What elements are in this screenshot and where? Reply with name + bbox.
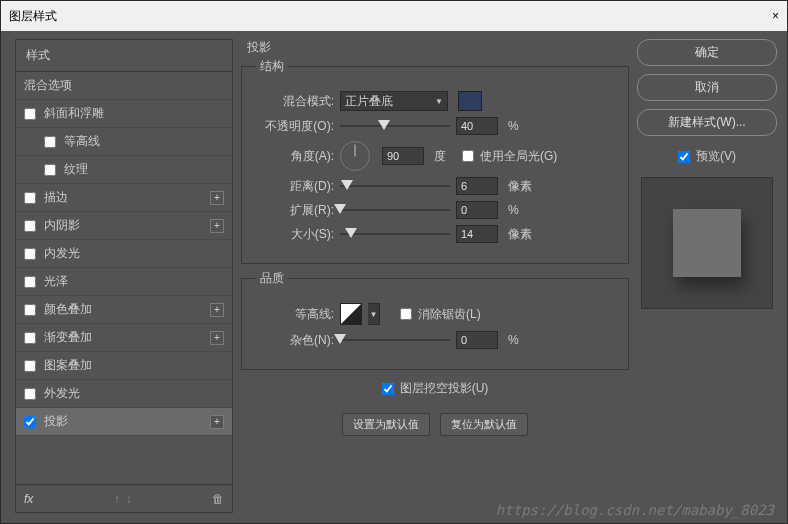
new-style-button[interactable]: 新建样式(W)... — [637, 109, 777, 136]
contour-picker[interactable] — [340, 303, 362, 325]
distance-slider[interactable] — [340, 179, 450, 193]
opacity-input[interactable] — [456, 117, 498, 135]
blend-mode-select[interactable]: 正片叠底 ▼ — [340, 91, 448, 111]
style-checkbox[interactable] — [44, 164, 56, 176]
arrow-down-icon[interactable]: ↓ — [126, 492, 132, 506]
add-effect-icon[interactable]: + — [210, 191, 224, 205]
angle-input[interactable] — [382, 147, 424, 165]
add-effect-icon[interactable]: + — [210, 331, 224, 345]
style-label: 外发光 — [44, 385, 224, 402]
blend-mode-label: 混合模式: — [256, 93, 334, 110]
style-label: 等高线 — [64, 133, 224, 150]
antialias-checkbox[interactable] — [400, 308, 412, 320]
antialias-label: 消除锯齿(L) — [418, 306, 481, 323]
style-label: 斜面和浮雕 — [44, 105, 224, 122]
style-label: 投影 — [44, 413, 210, 430]
style-checkbox[interactable] — [24, 276, 36, 288]
style-checkbox[interactable] — [44, 136, 56, 148]
style-label: 内阴影 — [44, 217, 210, 234]
preview-checkbox[interactable] — [678, 151, 690, 163]
dialog-title: 图层样式 — [9, 8, 57, 25]
quality-group: 品质 等高线: ▼ 消除锯齿(L) 杂色(N): % — [241, 270, 629, 370]
ok-button[interactable]: 确定 — [637, 39, 777, 66]
style-item-外发光[interactable]: 外发光 — [16, 380, 232, 408]
size-slider[interactable] — [340, 227, 450, 241]
noise-label: 杂色(N): — [256, 332, 334, 349]
angle-dial[interactable] — [340, 141, 370, 171]
spread-input[interactable] — [456, 201, 498, 219]
watermark: https://blog.csdn.net/mababy_8023 — [496, 502, 774, 518]
style-label: 光泽 — [44, 273, 224, 290]
size-label: 大小(S): — [256, 226, 334, 243]
chevron-down-icon: ▼ — [435, 97, 443, 106]
contour-dropdown[interactable]: ▼ — [368, 303, 380, 325]
style-checkbox[interactable] — [24, 332, 36, 344]
noise-input[interactable] — [456, 331, 498, 349]
style-checkbox[interactable] — [24, 248, 36, 260]
opacity-slider[interactable] — [340, 119, 450, 133]
reset-default-button[interactable]: 复位为默认值 — [440, 413, 528, 436]
style-item-斜面和浮雕[interactable]: 斜面和浮雕 — [16, 100, 232, 128]
style-item-内阴影[interactable]: 内阴影+ — [16, 212, 232, 240]
style-checkbox[interactable] — [24, 108, 36, 120]
global-light-checkbox[interactable] — [462, 150, 474, 162]
global-light-label: 使用全局光(G) — [480, 148, 557, 165]
opacity-label: 不透明度(O): — [256, 118, 334, 135]
add-effect-icon[interactable]: + — [210, 415, 224, 429]
style-checkbox[interactable] — [24, 192, 36, 204]
section-title: 投影 — [241, 39, 629, 58]
distance-input[interactable] — [456, 177, 498, 195]
style-label: 图案叠加 — [44, 357, 224, 374]
preview-label: 预览(V) — [696, 148, 736, 165]
style-checkbox[interactable] — [24, 304, 36, 316]
make-default-button[interactable]: 设置为默认值 — [342, 413, 430, 436]
structure-group: 结构 混合模式: 正片叠底 ▼ 不透明度(O): % 角度(A): — [241, 58, 629, 264]
blending-options[interactable]: 混合选项 — [16, 72, 232, 100]
preview-swatch — [673, 209, 741, 277]
style-label: 纹理 — [64, 161, 224, 178]
style-item-颜色叠加[interactable]: 颜色叠加+ — [16, 296, 232, 324]
style-item-图案叠加[interactable]: 图案叠加 — [16, 352, 232, 380]
style-item-等高线[interactable]: 等高线 — [16, 128, 232, 156]
contour-label: 等高线: — [256, 306, 334, 323]
shadow-color-swatch[interactable] — [458, 91, 482, 111]
spread-label: 扩展(R): — [256, 202, 334, 219]
style-item-投影[interactable]: 投影+ — [16, 408, 232, 436]
style-item-描边[interactable]: 描边+ — [16, 184, 232, 212]
size-input[interactable] — [456, 225, 498, 243]
style-item-渐变叠加[interactable]: 渐变叠加+ — [16, 324, 232, 352]
style-label: 渐变叠加 — [44, 329, 210, 346]
style-item-纹理[interactable]: 纹理 — [16, 156, 232, 184]
knockout-checkbox[interactable] — [382, 383, 394, 395]
style-checkbox[interactable] — [24, 220, 36, 232]
add-effect-icon[interactable]: + — [210, 303, 224, 317]
knockout-label: 图层挖空投影(U) — [400, 380, 489, 397]
distance-label: 距离(D): — [256, 178, 334, 195]
cancel-button[interactable]: 取消 — [637, 74, 777, 101]
noise-slider[interactable] — [340, 333, 450, 347]
styles-panel: 样式 混合选项 斜面和浮雕等高线纹理描边+内阴影+内发光光泽颜色叠加+渐变叠加+… — [15, 39, 233, 513]
style-checkbox[interactable] — [24, 416, 36, 428]
style-item-光泽[interactable]: 光泽 — [16, 268, 232, 296]
fx-icon[interactable]: fx — [24, 492, 33, 506]
style-checkbox[interactable] — [24, 388, 36, 400]
style-item-内发光[interactable]: 内发光 — [16, 240, 232, 268]
style-checkbox[interactable] — [24, 360, 36, 372]
arrow-up-icon[interactable]: ↑ — [114, 492, 120, 506]
styles-header: 样式 — [16, 40, 232, 72]
style-label: 颜色叠加 — [44, 301, 210, 318]
angle-label: 角度(A): — [256, 148, 334, 165]
add-effect-icon[interactable]: + — [210, 219, 224, 233]
spread-slider[interactable] — [340, 203, 450, 217]
close-icon[interactable]: × — [772, 9, 779, 23]
style-label: 描边 — [44, 189, 210, 206]
trash-icon[interactable]: 🗑 — [212, 492, 224, 506]
style-label: 内发光 — [44, 245, 224, 262]
preview-panel — [641, 177, 773, 309]
